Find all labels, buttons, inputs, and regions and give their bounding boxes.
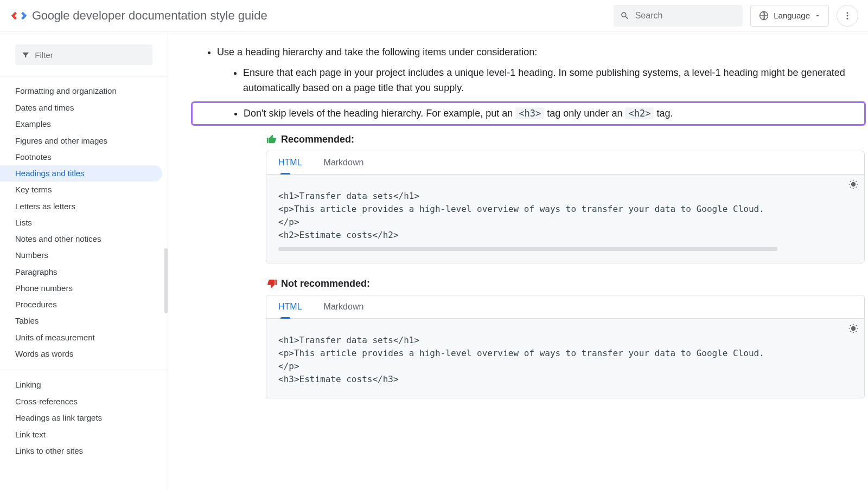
recommended-example: Recommended: HTML Markdown <h1>Transfer … (266, 133, 865, 263)
globe-icon (758, 10, 769, 21)
brightness-icon (848, 323, 859, 334)
code-h2: <h2> (625, 107, 654, 119)
top-header: Google developer documentation style gui… (0, 0, 868, 31)
nav-item[interactable]: Procedures (0, 296, 168, 313)
nav-item[interactable]: Lists (0, 215, 168, 231)
nav-item[interactable]: Tables (0, 313, 168, 329)
tab-html[interactable]: HTML (278, 302, 302, 318)
code-tabs-recommended: HTML Markdown <h1>Transfer data sets</h1… (266, 151, 865, 263)
nav-item[interactable]: Link text (0, 427, 168, 443)
code-tabs-not-recommended: HTML Markdown <h1>Transfer data sets</h1… (266, 295, 865, 398)
language-button[interactable]: Language (750, 5, 829, 27)
nav-item[interactable]: Words as words (0, 346, 168, 362)
search-box[interactable] (614, 5, 743, 27)
language-label: Language (774, 11, 810, 20)
bullet-level1-note: Ensure that each page in your project in… (243, 66, 868, 96)
nav-item[interactable]: Headings as link targets (0, 410, 168, 426)
tab-html[interactable]: HTML (278, 158, 302, 174)
chevron-down-icon (814, 12, 821, 19)
nav-section-title: Formatting and organization (0, 84, 168, 100)
tab-markdown[interactable]: Markdown (324, 302, 364, 318)
not-recommended-example: Not recommended: HTML Markdown <h1>Trans… (266, 278, 865, 398)
svg-marker-2 (21, 11, 27, 19)
search-input[interactable] (635, 11, 737, 21)
filter-icon (22, 50, 29, 59)
nav-item[interactable]: Figures and other images (0, 133, 168, 149)
svg-point-8 (851, 182, 856, 186)
nav-item[interactable]: Examples (0, 116, 168, 132)
search-icon (620, 10, 629, 21)
svg-marker-0 (11, 11, 17, 19)
nav-item[interactable]: Letters as letters (0, 198, 168, 215)
not-recommended-label: Not recommended: (281, 278, 370, 289)
recommended-label: Recommended: (281, 134, 354, 145)
nav-item[interactable]: Paragraphs (0, 264, 168, 280)
more-menu-button[interactable] (837, 5, 858, 27)
google-dev-logo-icon (10, 7, 28, 25)
code-block-recommended: <h1>Transfer data sets</h1> <p>This arti… (266, 175, 864, 263)
brand-block[interactable]: Google developer documentation style gui… (10, 7, 267, 25)
code-scrollbar[interactable] (278, 247, 777, 251)
sidebar: Formatting and organizationDates and tim… (0, 31, 168, 490)
nav-item[interactable]: Links to other sites (0, 443, 168, 459)
nav-item[interactable]: Footnotes (0, 149, 168, 165)
nav-item[interactable]: Numbers (0, 247, 168, 263)
nav-item[interactable]: Cross-references (0, 394, 168, 410)
product-title: Google developer documentation style gui… (32, 9, 267, 23)
tab-markdown[interactable]: Markdown (324, 158, 364, 174)
thumb-down-icon (266, 278, 278, 289)
bullet-dont-skip: Don't skip levels of the heading hierarc… (244, 106, 859, 121)
nav-item[interactable]: Headings and titles (0, 165, 162, 182)
svg-point-5 (847, 12, 848, 14)
svg-point-7 (847, 17, 848, 19)
nav-item[interactable]: Phone numbers (0, 280, 168, 296)
nav-section-title: Linking (0, 378, 168, 394)
nav-item[interactable]: Key terms (0, 182, 168, 198)
nav-item[interactable]: Notes and other notices (0, 231, 168, 247)
main-content: Use a heading hierarchy and take the fol… (168, 31, 868, 490)
nav-item[interactable]: Units of measurement (0, 330, 168, 346)
filter-input[interactable] (35, 50, 146, 60)
theme-toggle-button[interactable] (848, 323, 859, 338)
svg-point-6 (847, 15, 848, 16)
nav-item[interactable]: Dates and times (0, 100, 168, 116)
highlighted-guideline: Don't skip levels of the heading hierarc… (191, 101, 866, 126)
filter-box[interactable] (15, 44, 152, 65)
sidebar-scrollbar[interactable] (164, 248, 168, 313)
thumb-up-icon (266, 133, 278, 145)
theme-toggle-button[interactable] (848, 179, 859, 194)
code-h3: <h3> (515, 107, 544, 119)
kebab-icon (843, 11, 852, 21)
bullet-hierarchy: Use a heading hierarchy and take the fol… (217, 44, 868, 126)
svg-point-9 (851, 326, 856, 331)
code-block-not-recommended: <h1>Transfer data sets</h1> <p>This arti… (266, 319, 864, 398)
brightness-icon (848, 179, 859, 190)
